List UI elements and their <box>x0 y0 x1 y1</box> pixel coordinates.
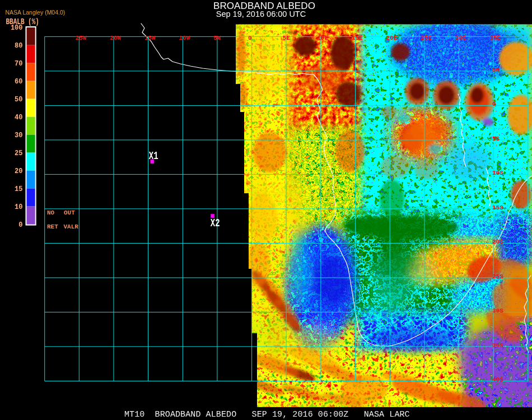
svg-text:RET: RET <box>47 223 58 230</box>
svg-text:VALR: VALR <box>64 223 79 230</box>
svg-text:15E: 15E <box>352 35 363 41</box>
svg-text:0: 0 <box>492 101 496 108</box>
svg-text:0: 0 <box>18 221 22 229</box>
svg-text:BBALB (%): BBALB (%) <box>6 18 39 26</box>
svg-text:5N: 5N <box>492 67 500 73</box>
svg-text:NASA Langley (M04.0): NASA Langley (M04.0) <box>6 9 66 16</box>
svg-text:80: 80 <box>15 42 22 50</box>
svg-text:NO: NO <box>47 209 55 216</box>
svg-text:5W: 5W <box>213 35 221 41</box>
svg-text:30E: 30E <box>455 35 466 41</box>
svg-text:OUT: OUT <box>64 209 75 216</box>
svg-text:20: 20 <box>15 167 22 175</box>
svg-text:5S: 5S <box>492 136 500 142</box>
svg-text:20E: 20E <box>386 35 398 41</box>
svg-text:0: 0 <box>248 35 252 41</box>
svg-text:20W: 20W <box>110 35 121 41</box>
svg-text:15: 15 <box>15 185 22 193</box>
svg-text:MT10 BROADBAND ALBEDO SEP 1: MT10 BROADBAND ALBEDO SEP 19, 2016 06:00… <box>124 410 410 419</box>
svg-text:10S: 10S <box>492 170 503 176</box>
svg-text:30S: 30S <box>492 307 503 314</box>
svg-text:10W: 10W <box>179 35 190 41</box>
svg-text:30: 30 <box>15 132 22 139</box>
svg-text:60: 60 <box>15 78 22 86</box>
svg-text:10: 10 <box>15 203 22 211</box>
svg-text:X2: X2 <box>211 217 220 230</box>
svg-text:15S: 15S <box>492 204 503 211</box>
svg-text:15W: 15W <box>144 35 156 41</box>
svg-text:10E: 10E <box>317 35 328 41</box>
svg-text:5E: 5E <box>283 35 291 41</box>
svg-text:50: 50 <box>15 96 22 104</box>
svg-text:20S: 20S <box>492 239 503 245</box>
svg-text:35E: 35E <box>489 35 501 41</box>
svg-text:25: 25 <box>15 150 22 157</box>
svg-text:Sep 19, 2016 06:00 UTC: Sep 19, 2016 06:00 UTC <box>216 10 306 18</box>
svg-text:25W: 25W <box>76 35 87 41</box>
svg-text:70: 70 <box>15 60 22 68</box>
svg-text:35S: 35S <box>492 342 503 349</box>
svg-text:25E: 25E <box>421 35 432 41</box>
svg-text:40: 40 <box>15 114 22 122</box>
svg-text:40S: 40S <box>492 376 503 383</box>
svg-text:25S: 25S <box>492 273 503 280</box>
